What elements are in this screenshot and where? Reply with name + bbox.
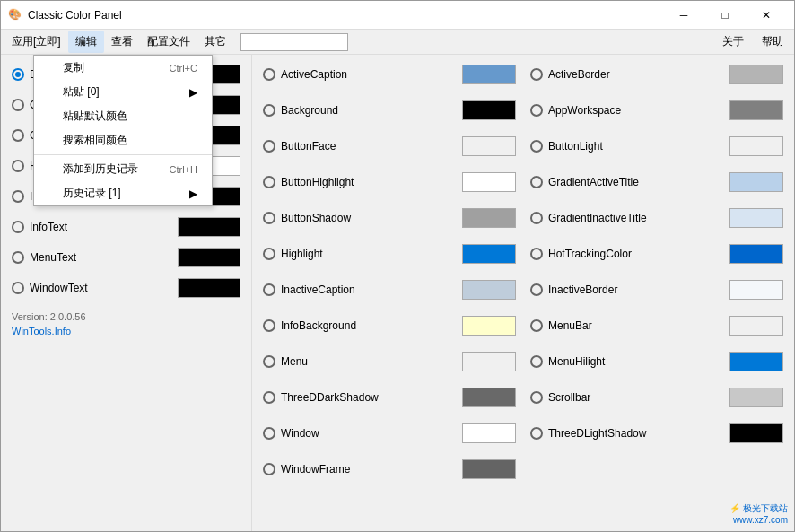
color-name-label: ButtonFace [281, 140, 462, 153]
color-name-label: WindowFrame [281, 463, 462, 475]
radio-button[interactable] [530, 391, 543, 404]
menu-item-paste[interactable]: 粘贴 [0] ▶ [34, 80, 212, 104]
menu-about[interactable]: 关于 [715, 31, 751, 53]
color-swatch[interactable] [178, 248, 240, 267]
color-swatch[interactable] [729, 208, 783, 228]
radio-button[interactable] [12, 190, 24, 203]
radio-button[interactable] [263, 391, 275, 404]
color-name-label: InfoBackground [281, 319, 462, 332]
color-name-label: Highlight [281, 248, 462, 260]
radio-button[interactable] [263, 463, 275, 475]
radio-button[interactable] [263, 248, 275, 260]
color-swatch[interactable] [462, 388, 516, 407]
radio-button[interactable] [530, 319, 543, 332]
color-name-label: ThreeDDarkShadow [281, 391, 462, 404]
radio-button[interactable] [263, 140, 275, 153]
radio-button[interactable] [530, 427, 543, 440]
radio-button[interactable] [263, 212, 275, 224]
copy-label: 复制 [63, 60, 84, 75]
color-swatch[interactable] [729, 316, 783, 336]
radio-button[interactable] [12, 129, 24, 142]
color-swatch[interactable] [729, 244, 783, 264]
minimize-button[interactable]: ─ [663, 1, 704, 30]
radio-button[interactable] [530, 212, 543, 224]
radio-button[interactable] [263, 355, 275, 368]
color-swatch[interactable] [729, 423, 783, 443]
radio-button[interactable] [530, 248, 543, 260]
close-button[interactable]: ✕ [746, 1, 787, 30]
version-label: Version: 2.0.0.56 [12, 311, 240, 322]
menu-edit[interactable]: 编辑 [68, 31, 104, 53]
dropdown-divider-1 [34, 154, 212, 155]
color-swatch[interactable] [462, 352, 516, 371]
radio-button[interactable] [530, 68, 543, 81]
radio-button[interactable] [263, 104, 275, 117]
radio-button[interactable] [263, 68, 275, 81]
menu-item-paste-default[interactable]: 粘贴默认颜色 [34, 104, 212, 128]
menu-config[interactable]: 配置文件 [140, 31, 197, 53]
color-swatch[interactable] [729, 352, 783, 371]
radio-button[interactable] [12, 221, 24, 233]
color-swatch[interactable] [462, 65, 516, 84]
menu-view[interactable]: 查看 [104, 31, 140, 53]
app-title: Classic Color Panel [28, 9, 122, 22]
right-color-row: Highlight [263, 241, 516, 266]
menu-apply[interactable]: 应用[立即] [4, 31, 68, 53]
title-bar: 🎨 Classic Color Panel ─ □ ✕ [1, 1, 794, 30]
menu-other[interactable]: 其它 [197, 31, 233, 53]
radio-button[interactable] [263, 427, 275, 440]
website-link[interactable]: WinTools.Info [12, 326, 240, 336]
radio-button[interactable] [12, 99, 24, 111]
menu-item-search-same[interactable]: 搜索相同颜色 [34, 128, 212, 153]
menu-help[interactable]: 帮助 [755, 31, 791, 53]
right-color-row: GradientInactiveTitle [530, 205, 783, 231]
color-swatch[interactable] [462, 423, 516, 443]
radio-button[interactable] [12, 282, 24, 294]
color-swatch[interactable] [462, 100, 516, 120]
left-color-row: MenuText [12, 245, 240, 270]
right-color-row: ActiveBorder [530, 62, 783, 87]
color-swatch[interactable] [178, 217, 240, 237]
color-swatch[interactable] [729, 100, 783, 120]
paste-arrow: ▶ [189, 86, 197, 99]
radio-button[interactable] [263, 176, 275, 188]
color-swatch[interactable] [462, 244, 516, 264]
color-swatch[interactable] [729, 172, 783, 192]
radio-button[interactable] [12, 251, 24, 264]
color-swatch[interactable] [462, 280, 516, 300]
right-color-row: ButtonFace [263, 134, 516, 159]
add-history-shortcut: Ctrl+H [170, 164, 197, 175]
color-name-label: GradientActiveTitle [548, 176, 729, 188]
search-input[interactable] [240, 33, 348, 51]
radio-button[interactable] [12, 68, 24, 81]
radio-button[interactable] [263, 283, 275, 296]
search-same-label: 搜索相同颜色 [63, 133, 127, 148]
color-swatch[interactable] [462, 208, 516, 228]
menu-item-add-history[interactable]: 添加到历史记录 Ctrl+H [34, 157, 212, 181]
color-swatch[interactable] [462, 459, 516, 479]
right-color-row: WindowFrame [263, 457, 516, 482]
color-swatch[interactable] [729, 388, 783, 407]
maximize-button[interactable]: □ [704, 1, 746, 30]
radio-button[interactable] [530, 355, 543, 368]
radio-button[interactable] [12, 160, 24, 172]
right-color-row: AppWorkspace [530, 98, 783, 123]
menu-item-copy[interactable]: 复制 Ctrl+C [34, 56, 212, 80]
color-swatch[interactable] [729, 65, 783, 84]
color-name-label: InactiveBorder [548, 283, 729, 296]
radio-button[interactable] [530, 176, 543, 188]
watermark-icon: ⚡ [729, 503, 740, 513]
color-name-label: Scrollbar [548, 391, 729, 404]
color-swatch[interactable] [462, 172, 516, 192]
color-swatch[interactable] [178, 278, 240, 298]
radio-button[interactable] [263, 319, 275, 332]
menu-item-history[interactable]: 历史记录 [1] ▶ [34, 181, 212, 205]
color-swatch[interactable] [729, 136, 783, 156]
right-color-row: Background [263, 98, 516, 123]
color-swatch[interactable] [729, 280, 783, 300]
radio-button[interactable] [530, 104, 543, 117]
color-swatch[interactable] [462, 136, 516, 156]
color-swatch[interactable] [462, 316, 516, 336]
radio-button[interactable] [530, 283, 543, 296]
radio-button[interactable] [530, 140, 543, 153]
